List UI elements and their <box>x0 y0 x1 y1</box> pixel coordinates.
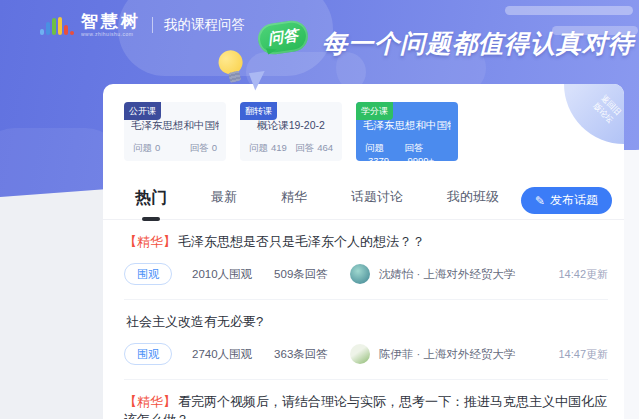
tab-topic-discussion[interactable]: 话题讨论 <box>351 188 403 219</box>
reply-count: 509条回答 <box>274 267 328 282</box>
decor-bubble-tail <box>249 71 267 91</box>
course-type-tag: 翻转课 <box>240 102 277 120</box>
course-type-tag: 学分课 <box>356 102 393 120</box>
pencil-icon: ✎ <box>535 195 545 207</box>
tab-newest[interactable]: 最新 <box>211 188 237 219</box>
course-title: 毛泽东思想和中国特... <box>363 119 451 133</box>
update-time: 14:47更新 <box>558 347 608 362</box>
zhihuishu-logo[interactable]: 智慧树 www.zhihuishu.com <box>81 13 141 37</box>
watch-badge[interactable]: 围观 <box>124 263 172 285</box>
view-count: 2740人围观 <box>192 347 252 362</box>
logo-text[interactable]: 智慧树 <box>81 13 141 30</box>
view-count: 2010人围观 <box>192 267 252 282</box>
banner-slogan: 每一个问题都值得认真对待 <box>322 27 634 60</box>
question-title[interactable]: 【精华】毛泽东思想是否只是毛泽东个人的想法？？ <box>124 233 608 251</box>
question-row: 社会主义改造有无必要? 围观 2740人围观 363条回答 陈伊菲 · 上海对外… <box>124 300 608 380</box>
course-card-public[interactable]: 公开课 毛泽东思想和中国特... 问题0 回答0 <box>124 102 226 161</box>
course-title: 概论课19-20-2 <box>247 119 335 133</box>
question-list: 【精华】毛泽东思想是否只是毛泽东个人的想法？？ 围观 2010人围观 509条回… <box>103 220 624 419</box>
question-row: 【精华】毛泽东思想是否只是毛泽东个人的想法？？ 围观 2010人围观 509条回… <box>124 220 608 300</box>
tab-hot[interactable]: 热门 <box>135 188 167 219</box>
course-stats: 问题419 回答464 <box>249 142 333 155</box>
avatar <box>350 344 370 364</box>
course-type-tag: 公开课 <box>124 102 161 120</box>
course-stats: 问题3379 回答9999+ <box>365 142 449 166</box>
publish-topic-button[interactable]: ✎ 发布话题 <box>521 187 612 214</box>
zhihuishu-logo-icon[interactable] <box>40 15 74 35</box>
essence-tag: 【精华】 <box>124 394 176 409</box>
tab-essence[interactable]: 精华 <box>281 188 307 219</box>
course-title: 毛泽东思想和中国特... <box>131 119 219 133</box>
page-title: 我的课程问答 <box>164 16 245 34</box>
page-background <box>624 150 639 419</box>
essence-tag: 【精华】 <box>124 234 176 249</box>
main-panel: 返回旧 版论坛 公开课 毛泽东思想和中国特... 问题0 回答0 翻转课 概论课… <box>103 84 624 419</box>
question-title[interactable]: 社会主义改造有无必要? <box>124 313 608 331</box>
course-card-flipped[interactable]: 翻转课 概论课19-20-2 问题419 回答464 <box>240 102 342 161</box>
decor-bar <box>505 6 633 15</box>
watch-badge[interactable]: 围观 <box>124 343 172 365</box>
back-to-old-forum-ribbon[interactable]: 返回旧 版论坛 <box>564 84 624 144</box>
course-card-credit-selected[interactable]: 学分课 毛泽东思想和中国特... 问题3379 回答9999+ <box>356 102 458 161</box>
divider <box>152 17 153 33</box>
question-meta: 围观 2740人围观 363条回答 陈伊菲 · 上海对外经贸大学 14:47更新 <box>124 343 608 365</box>
tab-bar: 热门 最新 精华 话题讨论 我的班级 ✎ 发布话题 <box>103 185 624 220</box>
question-title[interactable]: 【精华】看完两个视频后，请结合理论与实际，思考一下：推进马克思主义中国化应该怎么… <box>124 393 608 419</box>
reply-count: 363条回答 <box>274 347 328 362</box>
avatar <box>350 264 370 284</box>
tab-my-class[interactable]: 我的班级 <box>447 188 499 219</box>
author-name: 沈婧怡 · 上海对外经贸大学 <box>379 267 516 282</box>
question-meta: 围观 2010人围观 509条回答 沈婧怡 · 上海对外经贸大学 14:42更新 <box>124 263 608 285</box>
author-name: 陈伊菲 · 上海对外经贸大学 <box>379 347 516 362</box>
course-card-list: 公开课 毛泽东思想和中国特... 问题0 回答0 翻转课 概论课19-20-2 … <box>124 102 624 161</box>
logo-url-text: www.zhihuishu.com <box>81 32 141 37</box>
question-row: 【精华】看完两个视频后，请结合理论与实际，思考一下：推进马克思主义中国化应该怎么… <box>124 380 608 419</box>
update-time: 14:42更新 <box>558 267 608 282</box>
course-stats: 问题0 回答0 <box>133 142 217 155</box>
